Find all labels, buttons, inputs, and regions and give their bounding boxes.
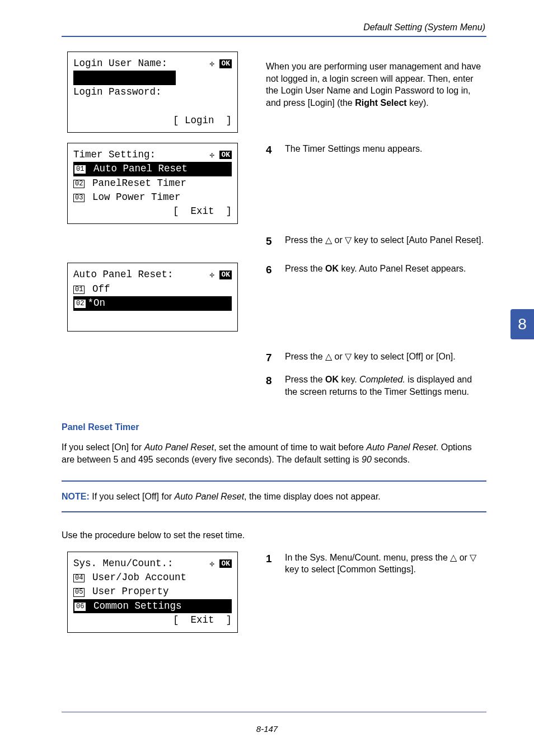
lcd-item: 02 PanelReset Timer (73, 176, 232, 190)
step-number: 6 (266, 263, 275, 277)
step-text: Press the △ or ▽ key to select [Auto Pan… (285, 234, 486, 249)
up-triangle-icon: △ (325, 352, 332, 361)
step-text: The Timer Settings menu appears. (285, 143, 486, 157)
down-triangle-icon: ▽ (470, 553, 476, 562)
down-triangle-icon: ▽ (345, 352, 352, 361)
lcd-sys-menu: Sys. Menu/Count.: ✢ OK 04 User/Job Accou… (67, 552, 238, 633)
note-label: NOTE: (62, 492, 90, 501)
lcd-softkey: [ Exit ] (173, 204, 232, 218)
lcd-auto-panel-reset: Auto Panel Reset: ✢ OK 01 Off 02*On (67, 263, 238, 331)
lcd-softkey: [ Login ] (173, 114, 232, 128)
paragraph: Use the procedure below to set the reset… (62, 529, 486, 542)
lcd-item: 04 User/Job Account (73, 571, 232, 585)
footer-rule (62, 712, 486, 712)
chapter-tab: 8 (510, 309, 534, 339)
lcd-selected-item: 01 Auto Panel Reset (73, 162, 232, 176)
paragraph: When you are performing user management … (266, 60, 486, 109)
step-text: Press the OK key. Auto Panel Reset appea… (285, 263, 486, 277)
step-text: Press the △ or ▽ key to select [Off] or … (285, 351, 486, 365)
lcd-item: 03 Low Power Timer (73, 190, 232, 204)
lcd-item: 05 User Property (73, 585, 232, 599)
section-heading: Panel Reset Timer (62, 422, 486, 432)
step-number: 8 (266, 374, 275, 398)
lcd-item: 01 Off (73, 282, 232, 296)
note-rule-top (62, 480, 486, 482)
lcd-title: Timer Setting: (73, 148, 156, 162)
lcd-softkey: [ Exit ] (173, 613, 232, 627)
step-number: 5 (266, 234, 275, 249)
lcd-text: Login User Name: (73, 57, 167, 71)
step-text: Press the OK key. Completed. is displaye… (285, 374, 486, 398)
step-number: 4 (266, 143, 275, 157)
rule-top (62, 36, 486, 37)
step-number: 7 (266, 351, 275, 365)
up-triangle-icon: △ (325, 235, 332, 245)
lcd-title: Auto Panel Reset: (73, 268, 174, 282)
step-number: 1 (266, 552, 275, 576)
page-number: 8-147 (0, 724, 534, 734)
step-text: In the Sys. Menu/Count. menu, press the … (285, 552, 486, 576)
note-rule-bottom (62, 511, 486, 512)
lcd-ok-indicator: ✢ OK (209, 557, 232, 571)
lcd-selected-item: 06 Common Settings (73, 599, 232, 613)
running-header: Default Setting (System Menu) (62, 22, 486, 32)
note-paragraph: NOTE: If you select [Off] for Auto Panel… (62, 491, 486, 503)
lcd-input-highlight (73, 71, 176, 85)
lcd-ok-indicator: ✢ OK (209, 148, 232, 162)
lcd-ok-indicator: ✢ OK (209, 268, 232, 282)
paragraph: If you select [On] for Auto Panel Reset,… (62, 441, 486, 465)
lcd-title: Sys. Menu/Count.: (73, 557, 174, 571)
lcd-timer-setting: Timer Setting: ✢ OK 01 Auto Panel Reset … (67, 143, 238, 224)
down-triangle-icon: ▽ (345, 235, 352, 245)
up-triangle-icon: △ (450, 553, 457, 562)
lcd-selected-item: 02*On (73, 296, 232, 310)
lcd-text: Login Password: (73, 85, 232, 99)
lcd-ok-indicator: ✢ OK (209, 57, 232, 71)
lcd-login: Login User Name: ✢ OK Login Password: [ … (67, 52, 238, 133)
